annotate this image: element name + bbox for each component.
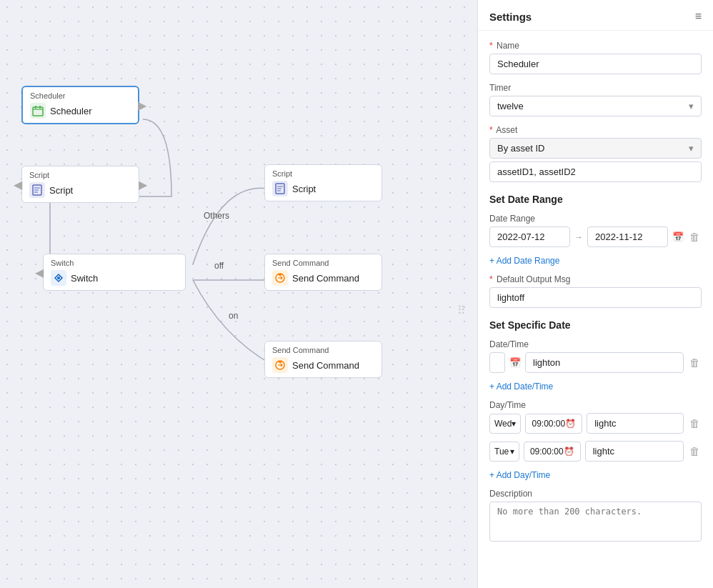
time-wed-input[interactable]: 09:00:00 ⏰ xyxy=(525,414,582,434)
set-date-range-heading: Set Date Range xyxy=(489,194,702,205)
script2-node-label: Script xyxy=(292,184,316,194)
script2-node-title: Script xyxy=(272,169,374,178)
scheduler-node-label: Scheduler xyxy=(50,106,92,116)
edge-label-off: off xyxy=(214,261,224,271)
script1-arrow: ▶ xyxy=(139,178,147,191)
datetime-input[interactable] xyxy=(489,352,505,373)
datetime-cal-icon[interactable]: 📅 xyxy=(509,357,521,368)
asset-chevron-icon: ▾ xyxy=(689,143,694,154)
timer-chevron-icon: ▾ xyxy=(689,101,694,111)
svg-rect-0 xyxy=(33,107,43,116)
svg-rect-2 xyxy=(39,106,41,109)
description-label: Description xyxy=(489,489,702,499)
default-output-field-group: * Default Output Msg xyxy=(489,274,702,308)
date-range-row: → 📅 🗑 xyxy=(489,226,702,247)
svg-rect-1 xyxy=(35,106,36,109)
date-range-label: Date Range xyxy=(489,214,702,224)
time-tue-value: 09:00:00 xyxy=(530,447,564,457)
datetime-label: Date/Time xyxy=(489,339,702,349)
time-wed-clock-icon: ⏰ xyxy=(565,419,576,429)
edge-label-on: on xyxy=(229,311,238,321)
default-output-input[interactable] xyxy=(489,287,702,308)
time-tue-clock-icon: ⏰ xyxy=(564,447,574,457)
add-daytime-button[interactable]: + Add Day/Time xyxy=(489,470,550,480)
name-input[interactable] xyxy=(489,54,702,74)
script1-icon xyxy=(29,182,45,198)
day-select-wed[interactable]: Wed ▾ xyxy=(489,414,521,434)
timer-value: twelve xyxy=(497,101,524,111)
send-command-1-label: Send Command xyxy=(292,273,359,284)
scheduler-icon xyxy=(30,103,46,119)
date-to-input[interactable] xyxy=(587,226,668,247)
send-command-1-icon xyxy=(272,270,288,286)
send-command-2-icon xyxy=(272,357,288,373)
settings-panel: Settings ≡ * * Name Name Timer twelve ▾ … xyxy=(477,0,713,588)
script1-node-title: Script xyxy=(29,171,131,179)
switch-node-title: Switch xyxy=(51,259,178,267)
msg-wed-input[interactable] xyxy=(587,413,684,434)
timer-label: Timer xyxy=(489,83,702,93)
send-command-1-title: Send Command xyxy=(272,259,374,267)
daytime-wed-delete-button[interactable]: 🗑 xyxy=(688,416,702,431)
edge-label-others: Others xyxy=(204,211,229,221)
day-wed-chevron: ▾ xyxy=(512,419,516,429)
asset-select[interactable]: By asset ID ▾ xyxy=(489,138,702,159)
name-label: * * Name Name xyxy=(489,41,702,51)
script1-arrow-left: ◀ xyxy=(14,178,22,191)
switch-icon xyxy=(51,270,66,286)
day-select-tue[interactable]: Tue ▾ xyxy=(489,442,519,462)
scheduler-node[interactable]: Scheduler Scheduler ▶ xyxy=(21,86,139,124)
send-command-2-node[interactable]: Send Command Send Command xyxy=(264,341,382,378)
drag-handle: ⠿ xyxy=(457,304,466,317)
asset-ids-input[interactable] xyxy=(489,161,702,182)
date-range-field-group: Date Range → 📅 🗑 xyxy=(489,214,702,247)
send-command-2-label: Send Command xyxy=(292,360,359,371)
calendar-icon[interactable]: 📅 xyxy=(672,231,684,242)
script2-icon xyxy=(272,181,288,196)
settings-title: Settings xyxy=(489,11,532,23)
time-tue-input[interactable]: 09:00:00 ⏰ xyxy=(524,442,581,462)
day-wed-value: Wed xyxy=(494,419,512,429)
script2-node[interactable]: Script Script xyxy=(264,164,382,201)
date-range-delete-button[interactable]: 🗑 xyxy=(688,229,702,244)
day-tue-chevron: ▾ xyxy=(510,447,514,457)
datetime-field-group: Date/Time 📅 🗑 xyxy=(489,339,702,373)
set-specific-date-heading: Set Specific Date xyxy=(489,319,702,331)
settings-content: * * Name Name Timer twelve ▾ * Asset By … xyxy=(478,31,713,552)
script1-node-label: Script xyxy=(49,185,73,196)
datetime-row: 📅 🗑 xyxy=(489,352,702,373)
add-datetime-button[interactable]: + Add Date/Time xyxy=(489,382,553,392)
switch-node-label: Switch xyxy=(71,273,98,284)
datetime-msg-input[interactable] xyxy=(525,352,684,373)
description-field-group: Description xyxy=(489,489,702,542)
canvas[interactable]: Scheduler Scheduler ▶ Script Script ▶ ◀ … xyxy=(0,0,477,588)
switch-arrow-left: ◀ xyxy=(35,266,44,279)
daytime-row-wed: Wed ▾ 09:00:00 ⏰ 🗑 xyxy=(489,413,702,434)
default-output-label: * Default Output Msg xyxy=(489,274,702,284)
daytime-tue-delete-button[interactable]: 🗑 xyxy=(688,444,702,459)
asset-field-group: * Asset By asset ID ▾ xyxy=(489,125,702,182)
daytime-row-tue: Tue ▾ 09:00:00 ⏰ 🗑 xyxy=(489,441,702,462)
send-command-2-title: Send Command xyxy=(272,346,374,354)
scheduler-node-title: Scheduler xyxy=(30,91,131,100)
settings-header: Settings ≡ xyxy=(478,0,713,31)
date-from-input[interactable] xyxy=(489,226,570,247)
scheduler-arrow: ▶ xyxy=(138,99,146,112)
datetime-delete-button[interactable]: 🗑 xyxy=(688,355,702,370)
menu-icon[interactable]: ≡ xyxy=(695,10,702,23)
msg-tue-input[interactable] xyxy=(585,441,684,462)
timer-field-group: Timer twelve ▾ xyxy=(489,83,702,116)
description-textarea[interactable] xyxy=(489,502,702,542)
timer-select[interactable]: twelve ▾ xyxy=(489,96,702,116)
send-command-1-node[interactable]: Send Command Send Command xyxy=(264,254,382,291)
daytime-field-group: Day/Time Wed ▾ 09:00:00 ⏰ 🗑 Tue ▾ xyxy=(489,400,702,462)
name-field-group: * * Name Name xyxy=(489,41,702,74)
asset-select-value: By asset ID xyxy=(497,143,544,154)
switch-node[interactable]: Switch Switch ◀ xyxy=(43,254,186,291)
svg-point-4 xyxy=(57,276,60,279)
add-date-range-button[interactable]: + Add Date Range xyxy=(489,256,559,266)
daytime-label: Day/Time xyxy=(489,400,702,410)
date-separator: → xyxy=(574,232,583,242)
day-tue-value: Tue xyxy=(494,447,509,457)
script1-node[interactable]: Script Script ▶ ◀ xyxy=(21,166,139,203)
